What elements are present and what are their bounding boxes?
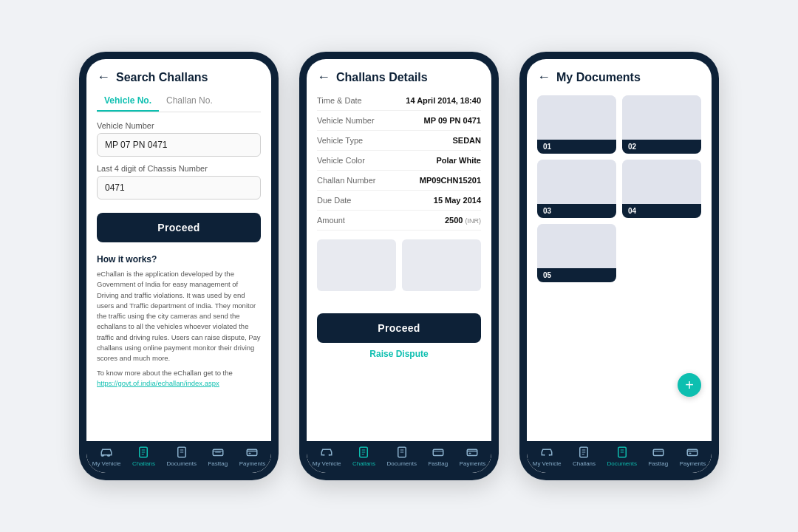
doc-card-04[interactable]: 04 <box>622 160 701 218</box>
car-icon-1 <box>100 446 113 459</box>
documents-icon-2 <box>395 446 409 459</box>
screen-my-documents: ← My Documents 01 02 03 <box>527 59 712 473</box>
detail-row-vehicle-type: Vehicle Type SEDAN <box>317 131 481 151</box>
detail-row-amount: Amount 2500 (INR) <box>317 211 481 231</box>
car-icon-2 <box>320 446 333 459</box>
nav-label-my-vehicle-1: My Vehicle <box>92 460 121 467</box>
payments-icon-1 <box>245 446 259 459</box>
proceed-button-1[interactable]: Proceed <box>97 213 261 242</box>
detail-value-challan-number: MP09CHN15201 <box>420 176 481 185</box>
nav-fasttag-3[interactable]: Fasttag <box>648 446 668 467</box>
detail-row-challan-number: Challan Number MP09CHN15201 <box>317 171 481 191</box>
detail-label-vehicle-color: Vehicle Color <box>317 156 365 165</box>
screen-challans-details: ← Challans Details Time & Date 14 April … <box>307 59 491 473</box>
challans-icon-1 <box>137 446 150 459</box>
inr-suffix: (INR) <box>466 217 482 225</box>
vehicle-number-label: Vehicle Number <box>97 121 261 130</box>
challans-icon-2 <box>357 446 370 459</box>
phones-container: ← Search Challans Vehicle No. Challan No… <box>79 52 719 480</box>
doc-card-02[interactable]: 02 <box>622 95 701 154</box>
doc-label-04: 04 <box>622 204 701 218</box>
detail-label-amount: Amount <box>317 216 345 225</box>
doc-label-02: 02 <box>622 140 701 154</box>
fasttag-icon-3 <box>652 446 665 459</box>
svg-point-0 <box>103 454 104 456</box>
detail-value-time: 14 April 2014, 18:40 <box>406 96 481 105</box>
nav-label-payments-1: Payments <box>239 460 266 467</box>
fasttag-icon-1 <box>211 446 225 459</box>
nav-label-documents-3: Documents <box>607 460 637 467</box>
svg-rect-36 <box>653 449 664 455</box>
detail-label-vehicle-number: Vehicle Number <box>317 116 375 125</box>
nav-my-vehicle-2[interactable]: My Vehicle <box>313 446 341 467</box>
nav-fasttag-2[interactable]: Fasttag <box>428 446 448 467</box>
screen-body-challans-details: Time & Date 14 April 2014, 18:40 Vehicle… <box>307 91 491 441</box>
nav-payments-3[interactable]: Payments <box>680 446 706 467</box>
detail-row-vehicle-color: Vehicle Color Polar White <box>317 151 481 171</box>
docs-grid: 01 02 03 04 <box>527 91 712 290</box>
detail-label-time: Time & Date <box>317 96 362 105</box>
payments-icon-2 <box>466 446 479 459</box>
doc-image-04 <box>622 160 701 204</box>
back-arrow-icon-3[interactable]: ← <box>537 69 550 85</box>
svg-rect-12 <box>248 449 258 455</box>
raise-dispute-link[interactable]: Raise Dispute <box>317 349 481 359</box>
nav-documents-3[interactable]: Documents <box>607 446 637 467</box>
doc-card-05[interactable]: 05 <box>537 224 616 282</box>
doc-label-03: 03 <box>537 204 616 218</box>
tabs-row: Vehicle No. Challan No. <box>97 91 261 112</box>
how-it-works-link[interactable]: https://govt.of.india/echallan/index.asp… <box>97 379 261 387</box>
nav-documents-2[interactable]: Documents <box>387 446 417 467</box>
docs-container: 01 02 03 04 <box>527 91 712 441</box>
page-title-challans-details: Challans Details <box>336 71 428 84</box>
bottom-nav-1: My Vehicle Challans Documents Fasttag Pa… <box>86 441 271 473</box>
back-arrow-icon[interactable]: ← <box>97 69 110 85</box>
nav-my-vehicle-3[interactable]: My Vehicle <box>533 446 562 467</box>
doc-card-03[interactable]: 03 <box>537 160 616 218</box>
nav-fasttag-1[interactable]: Fasttag <box>208 446 228 467</box>
nav-documents-1[interactable]: Documents <box>167 446 197 467</box>
how-it-works-text: eChallan is the application developed by… <box>97 269 261 364</box>
nav-label-fasttag-3: Fasttag <box>648 460 668 467</box>
challan-image-1 <box>317 239 396 291</box>
proceed-button-2[interactable]: Proceed <box>317 313 481 343</box>
nav-payments-2[interactable]: Payments <box>460 446 486 467</box>
doc-label-01: 01 <box>537 140 616 154</box>
doc-image-01 <box>537 95 616 140</box>
back-arrow-icon-2[interactable]: ← <box>317 69 330 85</box>
documents-icon-1 <box>175 446 188 459</box>
nav-label-payments-2: Payments <box>460 460 486 467</box>
nav-challans-2[interactable]: Challans <box>352 446 375 467</box>
detail-label-challan-number: Challan Number <box>317 176 375 185</box>
nav-challans-1[interactable]: Challans <box>132 446 155 467</box>
doc-label-05: 05 <box>537 268 616 282</box>
nav-challans-3[interactable]: Challans <box>573 446 596 467</box>
tab-vehicle-no[interactable]: Vehicle No. <box>97 91 159 112</box>
detail-row-time: Time & Date 14 April 2014, 18:40 <box>317 91 481 111</box>
nav-payments-1[interactable]: Payments <box>239 446 266 467</box>
nav-label-payments-3: Payments <box>680 460 706 467</box>
phone-my-documents: ← My Documents 01 02 03 <box>519 52 719 480</box>
svg-rect-26 <box>469 453 471 454</box>
tab-challan-no[interactable]: Challan No. <box>159 91 220 112</box>
detail-row-due-date: Due Date 15 May 2014 <box>317 191 481 211</box>
svg-point-14 <box>323 454 324 456</box>
nav-label-challans-1: Challans <box>132 460 155 467</box>
page-title-my-documents: My Documents <box>556 71 641 84</box>
page-title-search-challans: Search Challans <box>116 71 208 84</box>
doc-card-01[interactable]: 01 <box>537 95 616 154</box>
svg-point-15 <box>329 454 330 456</box>
vehicle-number-input[interactable] <box>97 133 261 157</box>
documents-icon-3 <box>615 446 629 459</box>
bottom-nav-2: My Vehicle Challans Documents Fasttag Pa… <box>307 441 491 473</box>
nav-my-vehicle-1[interactable]: My Vehicle <box>92 446 121 467</box>
nav-label-fasttag-2: Fasttag <box>428 460 448 467</box>
chassis-number-input[interactable] <box>97 176 261 200</box>
how-it-works-link-prefix: To know more about the eChallan get to t… <box>97 368 261 378</box>
nav-label-my-vehicle-2: My Vehicle <box>313 460 341 467</box>
bottom-nav-3: My Vehicle Challans Documents Fasttag Pa… <box>527 441 712 473</box>
detail-value-vehicle-number: MP 09 PN 0471 <box>424 116 481 125</box>
add-document-fab[interactable]: + <box>678 373 701 397</box>
detail-value-vehicle-color: Polar White <box>436 156 481 165</box>
doc-image-03 <box>537 160 616 204</box>
